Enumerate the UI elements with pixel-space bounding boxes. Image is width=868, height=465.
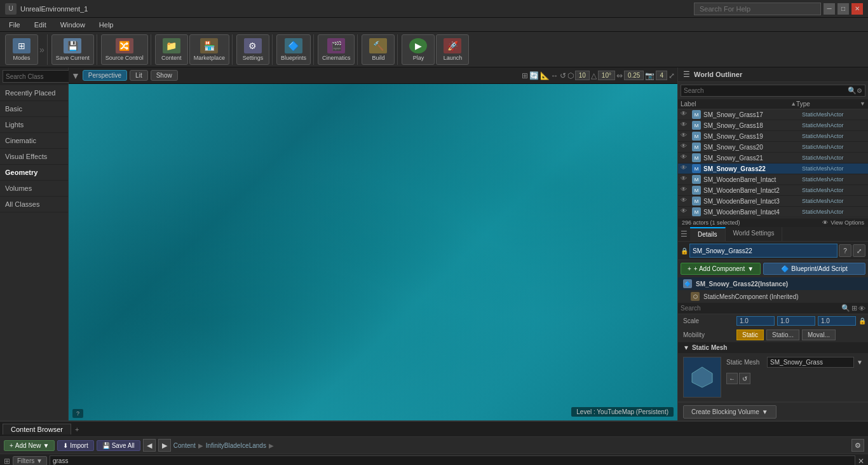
scale-z-input[interactable] — [818, 316, 856, 326]
tab-world-settings[interactable]: World Settings — [726, 227, 783, 241]
wo-row-4[interactable]: 👁 M SM_Snowy_Grass21 StaticMeshActor — [678, 153, 868, 163]
details-expand-button[interactable]: ⤢ — [853, 244, 865, 257]
sidebar-item-volumes[interactable]: Volumes — [0, 181, 68, 197]
sidebar-item-visual-effects[interactable]: Visual Effects — [0, 149, 68, 165]
menu-file[interactable]: File — [3, 20, 27, 30]
sidebar-item-geometry[interactable]: Geometry — [0, 165, 68, 181]
path-separator-2: ▶ — [269, 442, 274, 449]
modes-collapse[interactable]: » — [39, 45, 44, 55]
launch-button[interactable]: 🚀 Launch — [436, 34, 469, 65]
static-mobility-button[interactable]: Static — [736, 330, 764, 340]
sm-browse-button[interactable]: ↺ — [739, 373, 750, 384]
viewport-area: ▼ Perspective Lit Show ⊞ 🔄 📐 ↔ ↺ ⬡ 10 △ … — [69, 67, 677, 420]
properties-search-bar: 🔍 ⊞ 👁 — [678, 303, 868, 314]
wo-type-4: StaticMeshActor — [802, 155, 865, 161]
properties-grid-icon: ⊞ — [851, 304, 857, 312]
asset-search-input[interactable] — [50, 455, 855, 465]
wo-row-2[interactable]: 👁 M SM_Snowy_Grass19 StaticMeshActor — [678, 131, 868, 142]
recently-placed-label: Recently Placed — [5, 89, 56, 97]
mesh-icon-1: M — [692, 121, 701, 130]
wo-row-3[interactable]: 👁 M SM_Snowy_Grass20 StaticMeshActor — [678, 142, 868, 153]
wo-label-3: SM_Snowy_Grass20 — [703, 144, 799, 151]
filters-button[interactable]: Filters ▼ — [13, 456, 47, 465]
maximize-viewport-icon[interactable]: ⤢ — [668, 71, 675, 80]
save-all-button[interactable]: 💾 Save All — [97, 440, 140, 451]
content-button[interactable]: 📁 Content — [155, 34, 188, 65]
3d-viewport[interactable]: ? Level : YouTubeMap (Persistent) — [69, 84, 677, 420]
wo-label-5: SM_Snowy_Grass22 — [703, 165, 799, 172]
build-button[interactable]: 🔨 Build — [362, 34, 395, 65]
static-mesh-section-header[interactable]: ▼ Static Mesh — [678, 342, 868, 353]
content-browser-tab[interactable]: Content Browser — [3, 424, 71, 434]
source-control-button[interactable]: 🔀 Source Control — [101, 34, 148, 65]
blueprints-button[interactable]: 🔷 Blueprints — [276, 34, 311, 65]
help-search-input[interactable] — [694, 3, 821, 15]
rotate-icon: ↺ — [560, 71, 566, 80]
sidebar-item-recently-placed[interactable]: Recently Placed — [0, 85, 68, 101]
cinematics-button[interactable]: 🎬 Cinematics — [318, 34, 355, 65]
scale-x-input[interactable] — [736, 316, 775, 326]
properties-search-input[interactable] — [681, 305, 840, 312]
mesh-icon-6: M — [692, 175, 701, 184]
cinematics-icon: 🎬 — [327, 38, 345, 53]
wo-row-8[interactable]: 👁 M SM_WoodenBarrel_Intact3 StaticMeshAc… — [678, 196, 868, 207]
wo-row-1[interactable]: 👁 M SM_Snowy_Grass18 StaticMeshActor — [678, 120, 868, 131]
add-tab-button[interactable]: + — [75, 426, 79, 433]
wo-row-5[interactable]: 👁 M SM_Snowy_Grass22 StaticMeshActor — [678, 163, 868, 174]
wo-row-7[interactable]: 👁 M SM_WoodenBarrel_Intact2 StaticMeshAc… — [678, 185, 868, 196]
modes-button[interactable]: ⊞ Modes — [5, 34, 38, 65]
minimize-button[interactable]: ─ — [824, 3, 835, 15]
sm-navigate-button[interactable]: ← — [726, 373, 738, 384]
stationary-mobility-button[interactable]: Statio... — [766, 330, 799, 340]
show-button[interactable]: Show — [151, 70, 178, 81]
play-button[interactable]: ▶ Play — [402, 34, 435, 65]
sidebar-item-basic[interactable]: Basic — [0, 101, 68, 117]
static-mesh-name-input[interactable] — [767, 357, 854, 368]
actor-name-input[interactable] — [689, 244, 837, 258]
static-mesh-section: ▼ Static Mesh Static Mesh ▼ — [678, 342, 868, 402]
marketplace-button[interactable]: 🏪 Marketplace — [189, 34, 229, 65]
nav-forward-button[interactable]: ▶ — [158, 439, 171, 452]
close-button[interactable]: ✕ — [851, 3, 863, 15]
movable-mobility-button[interactable]: Moval... — [802, 330, 836, 340]
clear-search-button[interactable]: ✕ — [858, 457, 864, 466]
scale-y-input[interactable] — [777, 316, 815, 326]
nav-back-button[interactable]: ◀ — [143, 439, 156, 452]
menu-help[interactable]: Help — [93, 20, 120, 30]
world-outliner-search-input[interactable] — [684, 87, 848, 94]
content-path: Content ▶ InfinityBladeIceLands ▶ — [173, 442, 849, 449]
blueprint-add-script-button[interactable]: 🔷 Blueprint/Add Script — [763, 263, 865, 275]
component-tree-child[interactable]: ⬡ StaticMeshComponent (Inherited) — [678, 290, 868, 303]
maximize-button[interactable]: □ — [837, 3, 849, 15]
titlebar-controls: ─ □ ✕ — [694, 3, 863, 15]
content-browser-settings-button[interactable]: ⚙ — [851, 439, 864, 452]
lit-button[interactable]: Lit — [130, 70, 148, 81]
save-group: 💾 Save Current — [49, 34, 97, 65]
component-tree-root[interactable]: 🔷 SM_Snowy_Grass22(Instance) — [678, 277, 868, 290]
wo-row-9[interactable]: 👁 M SM_WoodenBarrel_Intact4 StaticMeshAc… — [678, 207, 868, 218]
add-new-button[interactable]: + Add New ▼ — [4, 440, 55, 451]
content-browser-toolbar: + Add New ▼ ⬇ Import 💾 Save All ◀ ▶ Cont… — [0, 437, 868, 454]
add-component-button[interactable]: + + Add Component ▼ — [681, 263, 761, 275]
create-blocking-volume-button[interactable]: Create Blocking Volume ▼ — [683, 405, 776, 419]
perspective-button[interactable]: Perspective — [83, 70, 127, 81]
import-button[interactable]: ⬇ Import — [57, 440, 93, 451]
path-infinityblade[interactable]: InfinityBladeIceLands — [206, 442, 266, 449]
wo-row-0[interactable]: 👁 M SM_Snowy_Grass17 StaticMeshActor — [678, 109, 868, 120]
sidebar-item-lights[interactable]: Lights — [0, 117, 68, 133]
view-options-button[interactable]: 👁 View Options — [822, 219, 864, 226]
wo-row-6[interactable]: 👁 M SM_WoodenBarrel_Intact StaticMeshAct… — [678, 174, 868, 185]
details-panel-icon: ☰ — [678, 227, 690, 241]
viewport-dropdown-icon[interactable]: ▼ — [71, 71, 80, 81]
sidebar-item-cinematic[interactable]: Cinematic — [0, 133, 68, 149]
menu-window[interactable]: Window — [54, 20, 92, 30]
menu-edit[interactable]: Edit — [28, 20, 53, 30]
settings-button[interactable]: ⚙ Settings — [236, 34, 269, 65]
save-button[interactable]: 💾 Save Current — [51, 34, 94, 65]
wo-search-icon: 🔍 — [848, 87, 857, 95]
tab-details[interactable]: Details — [690, 227, 726, 241]
blueprint-icon: 🔷 — [781, 265, 789, 272]
path-content[interactable]: Content — [173, 442, 196, 449]
details-help-button[interactable]: ? — [839, 244, 851, 257]
sidebar-item-all-classes[interactable]: All Classes — [0, 197, 68, 212]
